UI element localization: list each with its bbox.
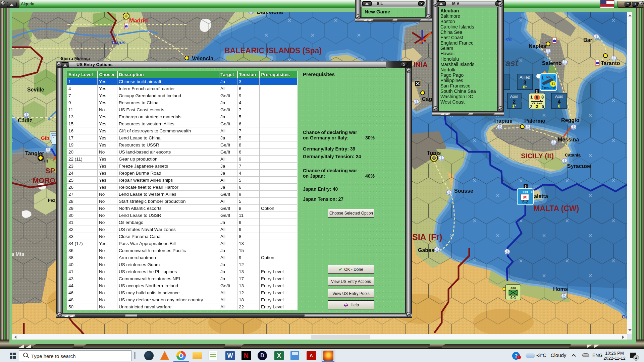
svg-text:1: 1 [541,75,544,80]
svg-text:Reggio: Reggio [561,117,579,123]
svg-text:MORO: MORO [33,176,55,185]
svg-text:⚓: ⚓ [551,140,556,145]
svg-text:⚓: ⚓ [526,124,531,129]
svg-text:Seville: Seville [27,87,44,93]
svg-text:8: 8 [541,95,544,100]
svg-text:INIA: INIA [414,61,428,68]
svg-text:Homs: Homs [553,286,568,292]
svg-text:⚓: ⚓ [435,247,440,252]
svg-text:M: M [523,195,527,200]
svg-text:*: * [554,85,556,88]
svg-text:Barcelona: Barcelona [257,12,283,15]
svg-text:Sierra Morena: Sierra Morena [61,56,90,61]
svg-text:3: 3 [553,75,555,80]
svg-text:Gabes: Gabes [418,247,434,253]
svg-text:Cádiz: Cádiz [18,118,32,123]
svg-text:Palermo: Palermo [524,118,545,124]
svg-text:1: 1 [53,137,55,140]
svg-text:2: 2 [536,104,538,109]
svg-text:Taranto: Taranto [601,60,620,66]
svg-text:aletta: aletta [534,193,548,199]
svg-text:s Mts: s Mts [12,251,24,257]
svg-text:⚓: ⚓ [561,293,567,298]
svg-text:2: 2 [530,104,532,109]
svg-text:?: ? [345,304,347,306]
svg-text:xxx: xxx [511,286,516,290]
svg-text:4-1: 4-1 [510,295,516,300]
svg-text:0: 0 [542,104,544,109]
svg-text:Gib: Gib [41,135,49,141]
svg-text:⚓: ⚓ [24,112,29,117]
svg-text:Tagus: Tagus [111,40,126,45]
svg-text:⚓: ⚓ [249,12,254,14]
svg-text:Allied: Allied [520,75,530,80]
svg-text:0: 0 [558,104,560,109]
svg-text:⚓: ⚓ [439,156,444,161]
svg-text:⚓: ⚓ [562,60,568,65]
svg-text:Bari: Bari [583,37,594,43]
svg-text:⚓: ⚓ [594,34,599,39]
svg-text:2: 2 [541,85,544,90]
svg-text:⚓: ⚓ [611,56,616,61]
svg-text:Catania: Catania [565,153,581,158]
svg-text:6-2: 6-2 [522,200,528,204]
svg-text:⚓: ⚓ [497,124,502,129]
svg-text:⚓: ⚓ [46,147,51,153]
svg-text:Mk. I: Mk. I [546,75,552,78]
svg-text:BALEARIC ISLANDS (Spa): BALEARIC ISLANDS (Spa) [224,46,322,55]
svg-text:MALTA (CW): MALTA (CW) [533,204,579,213]
svg-text:ea: ea [506,36,512,42]
svg-text:⚓: ⚓ [505,249,510,254]
svg-text:SICILY (It): SICILY (It) [521,152,554,160]
svg-text:0*: 0* [523,85,527,89]
svg-text:Salerno: Salerno [542,60,562,66]
svg-text:⚓: ⚓ [414,99,419,104]
svg-text:Trapani: Trapani [493,118,513,124]
svg-text:Valencia: Valencia [192,56,213,61]
svg-text:R: R [531,190,533,193]
svg-text:⚓: ⚓ [546,49,551,54]
svg-text:Madrid: Madrid [129,17,148,24]
svg-text:Sousse: Sousse [454,188,473,194]
svg-text:ast: ast [505,58,519,68]
svg-text:SP: SP [45,167,55,175]
svg-text:3: 3 [536,89,538,94]
svg-text:⚓: ⚓ [447,190,452,195]
svg-text:1: 1 [530,95,533,100]
svg-text:Naples: Naples [529,43,546,49]
svg-text:xxx: xxx [523,190,528,194]
svg-text:1*: 1* [512,104,516,109]
svg-text:⚓: ⚓ [562,158,567,163]
svg-text:Axis: Axis [555,94,564,99]
svg-text:Syracuse: Syracuse [567,163,591,169]
svg-text:Fez: Fez [48,198,55,203]
svg-text:6: 6 [525,185,527,188]
svg-text:⚓: ⚓ [571,124,576,129]
svg-text:Axis: Axis [510,94,519,99]
svg-text:Messina: Messina [558,137,579,142]
svg-text:SIA (Fr): SIA (Fr) [412,232,442,242]
